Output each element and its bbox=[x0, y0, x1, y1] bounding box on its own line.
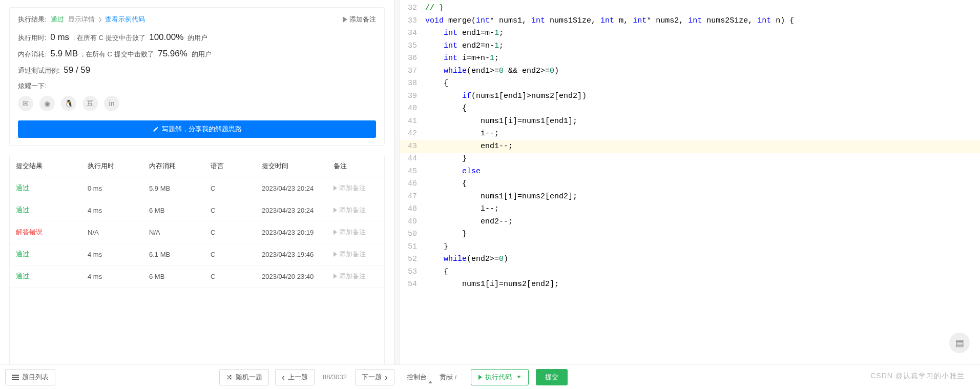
line-number: 49 bbox=[400, 216, 425, 229]
lang-cell: C bbox=[211, 229, 262, 236]
code-line[interactable]: 33void merge(int* nums1, int nums1Size, … bbox=[400, 15, 980, 28]
code-line[interactable]: 50 } bbox=[400, 228, 980, 241]
code-line[interactable]: 44 } bbox=[400, 153, 980, 166]
weibo-share-icon[interactable]: ◉ bbox=[39, 96, 55, 111]
col-header-date: 提交时间 bbox=[262, 161, 333, 171]
contribute-link[interactable]: 贡献 i bbox=[440, 373, 456, 382]
col-header-lang: 语言 bbox=[211, 161, 262, 171]
code-line[interactable]: 48 i--; bbox=[400, 203, 980, 216]
flag-icon bbox=[343, 16, 347, 23]
table-row: 通过0 ms5.9 MBC2023/04/23 20:24添加备注 bbox=[10, 177, 384, 199]
linkedin-share-icon[interactable]: in bbox=[104, 96, 119, 111]
flag-icon bbox=[333, 274, 337, 279]
code-line[interactable]: 43 end1--; bbox=[400, 140, 980, 153]
result-label: 执行结果: bbox=[18, 15, 47, 24]
line-number: 34 bbox=[400, 27, 425, 40]
show-detail-link[interactable]: 显示详情 bbox=[68, 15, 101, 24]
line-number: 53 bbox=[400, 266, 425, 279]
code-line[interactable]: 38 { bbox=[400, 77, 980, 90]
table-row: 通过4 ms6.1 MBC2023/04/23 19:46添加备注 bbox=[10, 243, 384, 265]
add-note-cell[interactable]: 添加备注 bbox=[333, 250, 378, 259]
line-number: 41 bbox=[400, 115, 425, 128]
code-line[interactable]: 52 while(end2>=0) bbox=[400, 253, 980, 266]
code-line[interactable]: 34 int end1=m-1; bbox=[400, 27, 980, 40]
testcases-metric: 通过测试用例: 59 / 59 bbox=[18, 65, 376, 75]
result-cell[interactable]: 解答错误 bbox=[16, 228, 43, 236]
line-number: 44 bbox=[400, 153, 425, 166]
code-line[interactable]: 54 nums1[i]=nums2[end2]; bbox=[400, 278, 980, 291]
flag-icon bbox=[333, 230, 337, 235]
prev-button[interactable]: 上一题 bbox=[275, 369, 315, 385]
code-line[interactable]: 42 i--; bbox=[400, 128, 980, 140]
result-cell[interactable]: 通过 bbox=[16, 206, 29, 214]
add-note-cell[interactable]: 添加备注 bbox=[333, 228, 378, 237]
table-row: 通过4 ms6 MBC2023/04/23 20:24添加备注 bbox=[10, 199, 384, 221]
result-cell[interactable]: 通过 bbox=[16, 184, 29, 192]
submit-button[interactable]: 提交 bbox=[536, 369, 568, 385]
add-note-cell[interactable]: 添加备注 bbox=[333, 272, 378, 281]
code-line[interactable]: 32// } bbox=[400, 2, 980, 15]
problem-list-button[interactable]: 题目列表 bbox=[5, 369, 55, 385]
line-number: 45 bbox=[400, 166, 425, 178]
add-note-button[interactable]: 添加备注 bbox=[343, 15, 376, 24]
write-solution-button[interactable]: 写题解，分享我的解题思路 bbox=[18, 120, 376, 138]
progress-text: 88/3032 bbox=[321, 373, 349, 381]
run-code-button[interactable]: 执行代码 bbox=[471, 369, 529, 385]
result-cell[interactable]: 通过 bbox=[16, 250, 29, 258]
date-cell: 2023/04/20 23:40 bbox=[262, 273, 333, 280]
line-number: 52 bbox=[400, 253, 425, 266]
runtime-metric: 执行用时: 0 ms , 在所有 C 提交中击败了 100.00% 的用户 bbox=[18, 32, 376, 43]
notes-float-button[interactable]: ▤ bbox=[949, 333, 970, 353]
date-cell: 2023/04/23 19:46 bbox=[262, 251, 333, 258]
lang-cell: C bbox=[211, 273, 262, 280]
date-cell: 2023/04/23 20:19 bbox=[262, 229, 333, 236]
panel-resizer[interactable] bbox=[394, 0, 400, 389]
time-cell: 4 ms bbox=[88, 251, 149, 258]
code-line[interactable]: 49 end2--; bbox=[400, 216, 980, 229]
code-editor[interactable]: 32// }33void merge(int* nums1, int nums1… bbox=[400, 0, 980, 389]
share-label: 炫耀一下: bbox=[18, 81, 376, 91]
line-number: 40 bbox=[400, 103, 425, 115]
douban-share-icon[interactable]: 豆 bbox=[82, 96, 98, 111]
code-line[interactable]: 40 { bbox=[400, 103, 980, 115]
list-icon bbox=[12, 375, 19, 380]
code-line[interactable]: 46 { bbox=[400, 178, 980, 191]
code-line[interactable]: 41 nums1[i]=nums1[end1]; bbox=[400, 115, 980, 128]
result-cell[interactable]: 通过 bbox=[16, 272, 29, 280]
line-number: 47 bbox=[400, 191, 425, 203]
console-toggle[interactable]: 控制台 bbox=[407, 373, 432, 382]
next-button[interactable]: 下一题 bbox=[355, 369, 394, 385]
lang-cell: C bbox=[211, 185, 262, 192]
line-number: 43 bbox=[400, 140, 425, 153]
line-number: 37 bbox=[400, 65, 425, 78]
random-button[interactable]: 随机一题 bbox=[219, 369, 269, 385]
add-note-cell[interactable]: 添加备注 bbox=[333, 183, 378, 193]
code-line[interactable]: 53 { bbox=[400, 266, 980, 279]
qq-share-icon[interactable]: 🐧 bbox=[61, 96, 76, 111]
memory-cell: 6 MB bbox=[149, 207, 211, 214]
code-line[interactable]: 36 int i=m+n-1; bbox=[400, 52, 980, 65]
code-line[interactable]: 37 while(end1>=0 && end2>=0) bbox=[400, 65, 980, 78]
add-note-cell[interactable]: 添加备注 bbox=[333, 206, 378, 215]
date-cell: 2023/04/23 20:24 bbox=[262, 185, 333, 192]
line-number: 50 bbox=[400, 228, 425, 241]
memory-cell: 6.1 MB bbox=[149, 251, 211, 258]
col-header-time: 执行用时 bbox=[88, 161, 149, 171]
code-line[interactable]: 35 int end2=n-1; bbox=[400, 40, 980, 53]
line-number: 38 bbox=[400, 77, 425, 90]
wechat-share-icon[interactable]: ✉ bbox=[18, 96, 33, 111]
col-header-memory: 内存消耗 bbox=[149, 161, 211, 171]
memory-cell: 6 MB bbox=[149, 273, 211, 280]
col-header-note: 备注 bbox=[333, 161, 378, 171]
code-line[interactable]: 47 nums1[i]=nums2[end2]; bbox=[400, 191, 980, 203]
code-line[interactable]: 39 if(nums1[end1]>nums2[end2]) bbox=[400, 90, 980, 103]
memory-metric: 内存消耗: 5.9 MB , 在所有 C 提交中击败了 75.96% 的用户 bbox=[18, 49, 376, 59]
line-number: 32 bbox=[400, 2, 425, 15]
pencil-icon bbox=[153, 126, 159, 132]
code-line[interactable]: 45 else bbox=[400, 166, 980, 178]
table-row: 通过4 ms6 MBC2023/04/20 23:40添加备注 bbox=[10, 265, 384, 288]
lang-cell: C bbox=[211, 251, 262, 258]
code-line[interactable]: 51 } bbox=[400, 241, 980, 254]
view-sample-link[interactable]: 查看示例代码 bbox=[105, 15, 145, 24]
line-number: 46 bbox=[400, 178, 425, 191]
